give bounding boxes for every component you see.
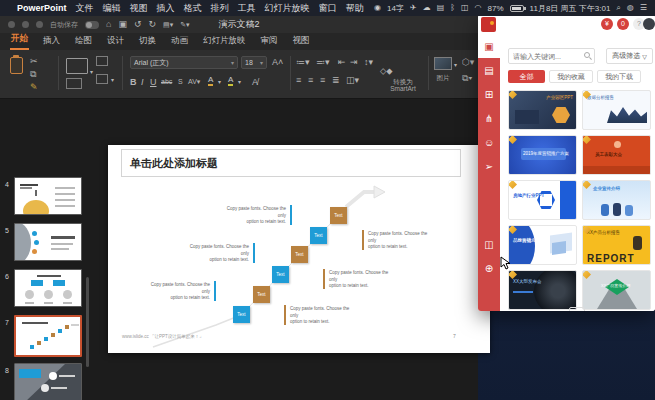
tab-design[interactable]: 设计 bbox=[106, 33, 125, 50]
print-icon[interactable]: ▤▾ bbox=[163, 16, 173, 33]
menu-arrange[interactable]: 排列 bbox=[211, 2, 229, 15]
more-tools-icon[interactable]: ✎▾ bbox=[180, 16, 189, 33]
underline-button[interactable]: U bbox=[150, 76, 157, 88]
siri-icon[interactable]: ◍ bbox=[627, 0, 634, 16]
template-card[interactable]: 产业园区PPT bbox=[508, 90, 577, 130]
format-painter-icon[interactable]: ✎ bbox=[30, 81, 38, 93]
status-datetime[interactable]: 11月8日 周五 下午3:01 bbox=[530, 3, 611, 14]
tab-transitions[interactable]: 切换 bbox=[138, 33, 157, 50]
align-left-button[interactable]: ≡ bbox=[296, 74, 301, 86]
paste-button[interactable] bbox=[10, 57, 23, 74]
bullets-button[interactable]: ≔▾ bbox=[296, 56, 310, 68]
picture-caret[interactable]: ▾ bbox=[454, 59, 457, 71]
diagram-step-6[interactable]: Text bbox=[330, 207, 347, 224]
status-icon-1[interactable]: ✈ bbox=[410, 0, 417, 16]
status-weather-text[interactable]: 14字 bbox=[387, 3, 404, 14]
columns-button[interactable]: ◫▾ bbox=[346, 74, 359, 86]
section-caret[interactable]: ▾ bbox=[111, 74, 114, 86]
slide-thumbnail-6[interactable] bbox=[14, 269, 82, 307]
tab-my-favorites[interactable]: 我的收藏 bbox=[549, 70, 593, 83]
app-menu[interactable]: PowerPoint bbox=[17, 3, 67, 13]
save-icon[interactable]: ▣ bbox=[118, 16, 127, 33]
minimize-button[interactable] bbox=[22, 21, 29, 28]
slide-thumbnail-5[interactable] bbox=[14, 223, 82, 261]
close-button[interactable] bbox=[8, 21, 15, 28]
template-card[interactable]: XX大型发布会 bbox=[508, 270, 577, 310]
slide-thumbnail-8[interactable] bbox=[14, 363, 82, 400]
diagram-step-5[interactable]: Text bbox=[310, 227, 327, 244]
current-page-input[interactable]: 1 bbox=[569, 307, 585, 311]
slide-canvas[interactable]: 单击此处添加标题 Text Text Text Text Text Text C… bbox=[108, 145, 490, 353]
control-center-icon[interactable]: ☰ bbox=[640, 0, 647, 16]
template-card[interactable]: XX产品宣传介绍 bbox=[582, 270, 651, 310]
copy-icon[interactable]: ⧉ bbox=[30, 68, 38, 80]
font-name-select[interactable]: Arial (正文)▾ bbox=[130, 56, 238, 69]
rail-smart-chart-icon[interactable]: ⋔ bbox=[478, 106, 500, 130]
tab-home[interactable]: 开始 bbox=[10, 31, 29, 50]
diagram-caption[interactable]: Copy paste fonts. Choose the onlyoption … bbox=[290, 306, 358, 326]
template-card[interactable]: 房地产行业PPT bbox=[508, 180, 577, 220]
new-slide-button[interactable] bbox=[66, 58, 88, 74]
home-icon[interactable]: ⌂ bbox=[106, 16, 111, 33]
char-spacing-icon[interactable]: AV▾ bbox=[188, 76, 200, 88]
numbering-button[interactable]: ≕▾ bbox=[316, 56, 330, 68]
template-card[interactable]: 员工表彰大会 bbox=[582, 135, 651, 175]
bold-button[interactable]: B bbox=[130, 76, 137, 88]
rail-diagram-library-icon[interactable]: ⊞ bbox=[478, 82, 500, 106]
tab-slideshow[interactable]: 幻灯片放映 bbox=[202, 33, 247, 50]
status-cloud-icon[interactable]: ☁ bbox=[423, 0, 431, 16]
search-input[interactable] bbox=[508, 48, 595, 64]
font-color-button[interactable]: A bbox=[208, 75, 213, 86]
diagram-step-1[interactable]: Text bbox=[233, 306, 250, 323]
spotlight-search-icon[interactable]: ⌕ bbox=[616, 0, 620, 16]
tab-animations[interactable]: 动画 bbox=[170, 33, 189, 50]
diagram-caption[interactable]: Copy paste fonts. Choose the onlyoption … bbox=[368, 231, 436, 251]
diagram-caption[interactable]: Copy paste fonts. Choose the onlyoption … bbox=[329, 270, 397, 290]
advanced-filter-button[interactable]: 高级筛选▽ bbox=[606, 48, 653, 64]
align-center-button[interactable]: ≡ bbox=[308, 74, 313, 86]
template-card[interactable]: 企业宣传介绍 bbox=[582, 180, 651, 220]
text-shadow-button[interactable]: S bbox=[178, 76, 183, 88]
tab-review[interactable]: 审阅 bbox=[260, 33, 279, 50]
strikethrough-button[interactable]: abc bbox=[161, 76, 172, 88]
template-card[interactable]: XX产品分析报告 REPORT bbox=[582, 225, 651, 265]
new-slide-caret[interactable]: ▾ bbox=[90, 66, 93, 78]
font-size-select[interactable]: 18▾ bbox=[241, 56, 267, 69]
recharge-icon[interactable]: ¥ bbox=[601, 18, 613, 30]
zoom-button[interactable] bbox=[36, 21, 43, 28]
user-avatar[interactable] bbox=[643, 18, 655, 30]
diagram-step-2[interactable]: Text bbox=[253, 286, 270, 303]
tab-draw[interactable]: 绘图 bbox=[74, 33, 93, 50]
diagram-step-4[interactable]: Text bbox=[291, 246, 308, 263]
rail-case-library-icon[interactable]: ▣ bbox=[478, 34, 500, 58]
menu-help[interactable]: 帮助 bbox=[346, 2, 364, 15]
slide-thumbnail-7-selected[interactable] bbox=[14, 315, 82, 357]
thumbnail-scrollbar[interactable] bbox=[86, 277, 89, 367]
rail-settings-icon[interactable]: ⊕ bbox=[478, 256, 500, 280]
section-icon[interactable] bbox=[96, 74, 108, 84]
undo-icon[interactable]: ↺ bbox=[134, 16, 142, 33]
convert-smartart-button[interactable]: ⬦⬥ 转换为SmartArt bbox=[380, 60, 426, 92]
status-bluetooth-icon[interactable]: ᛒ bbox=[450, 0, 455, 16]
menu-tools[interactable]: 工具 bbox=[238, 2, 256, 15]
rail-theme-library-icon[interactable]: ▤ bbox=[478, 58, 500, 82]
align-right-button[interactable]: ≡ bbox=[320, 74, 325, 86]
picture-button[interactable] bbox=[434, 57, 452, 70]
clear-format-icon[interactable]: A̸ bbox=[252, 76, 258, 88]
rail-icon-library-icon[interactable]: ☺ bbox=[478, 130, 500, 154]
menu-file[interactable]: 文件 bbox=[76, 2, 94, 15]
rail-window-icon[interactable]: ◫ bbox=[478, 232, 500, 256]
tab-insert[interactable]: 插入 bbox=[42, 33, 61, 50]
status-wifi-icon[interactable]: ◠ bbox=[475, 0, 482, 16]
rail-rocket-icon[interactable]: ➢ bbox=[478, 154, 500, 178]
tab-all[interactable]: 全部 bbox=[508, 70, 545, 83]
redo-icon[interactable]: ↻ bbox=[149, 16, 157, 33]
slide-thumbnail-4[interactable] bbox=[14, 177, 82, 215]
template-card[interactable]: 2019年度营销推广方案 bbox=[508, 135, 577, 175]
cut-icon[interactable]: ✂ bbox=[30, 55, 38, 67]
menu-insert[interactable]: 插入 bbox=[157, 2, 175, 15]
template-card[interactable]: 数据分析报告 bbox=[582, 90, 651, 130]
tab-my-downloads[interactable]: 我的下载 bbox=[597, 70, 641, 83]
italic-button[interactable]: I bbox=[141, 76, 144, 88]
diagram-caption[interactable]: Copy paste fonts. Choose the onlyoption … bbox=[142, 282, 210, 302]
